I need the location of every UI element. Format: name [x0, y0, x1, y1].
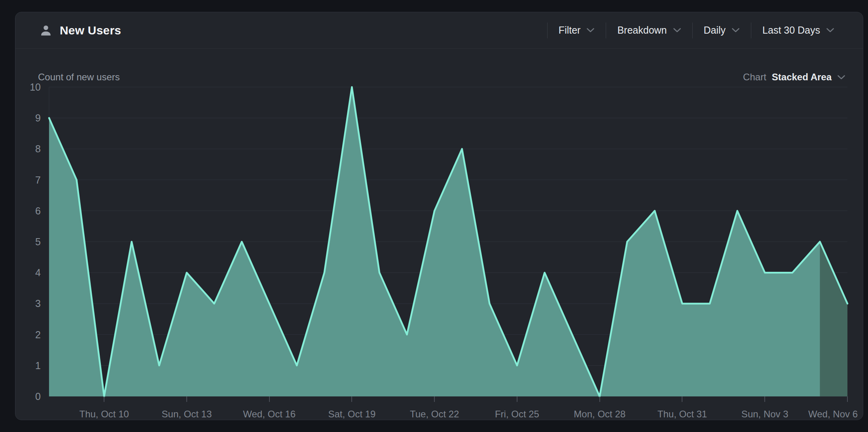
- y-axis-label: 7: [15, 174, 41, 186]
- x-axis-label: Thu, Oct 10: [79, 409, 129, 420]
- x-axis-label: Sat, Oct 19: [328, 409, 375, 420]
- x-axis-label: Mon, Oct 28: [574, 409, 625, 420]
- x-axis-label: Wed, Oct 16: [243, 409, 296, 420]
- y-axis-label: 4: [15, 267, 41, 279]
- x-axis-label: Wed, Nov 6: [808, 409, 858, 420]
- y-axis-label: 9: [15, 112, 41, 124]
- y-axis-label: 0: [15, 391, 41, 402]
- area-chart[interactable]: 012345678910Thu, Oct 10Sun, Oct 13Wed, O…: [15, 12, 863, 420]
- x-axis-tick: [764, 396, 765, 402]
- x-axis-label: Fri, Oct 25: [495, 409, 539, 420]
- y-axis-label: 1: [15, 360, 41, 371]
- y-axis-label: 3: [15, 298, 41, 309]
- x-axis-label: Sun, Oct 13: [162, 409, 212, 420]
- y-axis-label: 6: [15, 205, 41, 216]
- x-axis-tick: [599, 396, 600, 402]
- x-axis-tick: [682, 396, 682, 402]
- plot-canvas[interactable]: [15, 12, 864, 421]
- x-axis-label: Sun, Nov 3: [741, 409, 788, 420]
- x-axis-tick: [186, 396, 187, 402]
- x-axis-tick: [434, 396, 435, 402]
- x-axis-label: Tue, Oct 22: [410, 409, 459, 420]
- x-axis-tick: [104, 396, 104, 402]
- x-axis-tick: [351, 396, 352, 402]
- new-users-widget: New Users Filter Breakdown Daily Last 30…: [15, 12, 863, 420]
- x-axis-tick: [269, 396, 270, 402]
- y-axis-label: 10: [15, 81, 41, 93]
- y-axis-label: 2: [15, 329, 41, 340]
- x-axis-label: Thu, Oct 31: [658, 409, 707, 420]
- area-fill-incomplete: [820, 242, 847, 396]
- y-axis-label: 8: [15, 143, 41, 155]
- x-axis-tick: [517, 396, 517, 402]
- x-axis-tick: [847, 396, 848, 402]
- y-axis-label: 5: [15, 236, 41, 248]
